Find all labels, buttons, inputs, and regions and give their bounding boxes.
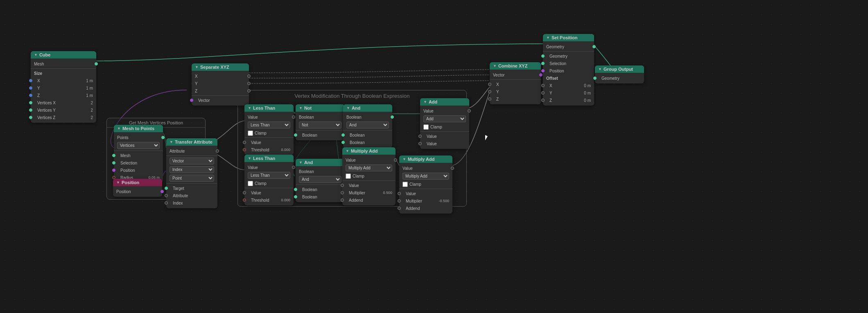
lt1-val-in-socket[interactable] [243, 141, 246, 144]
lt1-thresh-socket[interactable] [243, 148, 246, 151]
ma2-mode-row[interactable]: Multiply Add [399, 172, 452, 180]
and1-mode-row[interactable]: And [343, 121, 392, 129]
lt1-clamp-check[interactable] [248, 131, 253, 136]
ma1-val-out-socket[interactable] [394, 158, 397, 162]
add-val2-socket[interactable] [418, 142, 422, 145]
cube-vz-socket[interactable] [29, 116, 32, 119]
ma1-clamp-check[interactable] [346, 173, 351, 179]
not-mode-row[interactable]: Not [296, 121, 345, 129]
ta-vector-select[interactable]: Vector [170, 158, 214, 164]
mtp-mode-row[interactable]: Vertices [114, 141, 163, 150]
mtp-points-socket[interactable] [161, 136, 165, 139]
ma2-val-out-socket[interactable] [451, 167, 454, 170]
ma2-clamp-check[interactable] [402, 182, 408, 187]
lt2-mode-row[interactable]: Less Than [244, 171, 294, 180]
sp-x-socket[interactable] [541, 84, 545, 87]
mesh-to-points-node[interactable]: ▼ Mesh to Points Points Vertices Mesh Se… [114, 125, 163, 183]
cxyz-z-socket[interactable] [488, 97, 491, 101]
less-than-1-node[interactable]: ▼ Less Than Value Less Than Clamp Value [244, 104, 294, 155]
and2-mode-select[interactable]: And [299, 176, 341, 183]
sp-sel-socket[interactable] [541, 62, 545, 65]
mtp-mesh-socket[interactable] [112, 154, 115, 157]
lt1-mode-row[interactable]: Less Than [244, 121, 294, 129]
node-editor[interactable]: Get Mesh Vertices Position Vertex Modifi… [0, 0, 868, 313]
set-position-node[interactable]: ▼ Set Position Geometry Geometry Selecti… [543, 34, 594, 106]
cxyz-y-socket[interactable] [488, 90, 491, 93]
sep-y-socket[interactable] [247, 82, 251, 85]
mtp-sel-socket[interactable] [112, 161, 115, 164]
sp-geo-out-socket[interactable] [592, 45, 596, 48]
combine-xyz-node[interactable]: ▼ Combine XYZ Vector X Y Z [490, 62, 541, 104]
cube-x-socket[interactable] [29, 79, 32, 82]
cube-node[interactable]: ▼ Cube Mesh Size X 1 m Y 1 m [31, 51, 96, 123]
and2-bool1-socket[interactable] [294, 188, 297, 191]
and-1-node[interactable]: ▼ And Boolean And Boolean Boolean [343, 104, 392, 148]
add-mode-select[interactable]: Add [423, 115, 466, 122]
ta-index-select[interactable]: Index [170, 166, 214, 173]
separate-xyz-node[interactable]: ▼ Separate XYZ X Y Z Vector [192, 63, 249, 106]
sep-z-socket[interactable] [247, 89, 251, 92]
lt1-val-out-socket[interactable] [292, 115, 295, 119]
add-node[interactable]: ▼ Add Value Add Clamp Value Value [420, 98, 469, 149]
lt2-mode-select[interactable]: Less Than [248, 172, 290, 179]
and2-mode-row[interactable]: And [296, 175, 345, 184]
mtp-pos-socket[interactable] [112, 169, 115, 172]
cube-mesh-socket[interactable] [95, 62, 98, 65]
and1-bool2-socket[interactable] [341, 141, 345, 144]
cxyz-x-socket[interactable] [488, 83, 491, 86]
sp-z-socket[interactable] [541, 99, 545, 102]
cube-vy-socket[interactable] [29, 108, 32, 112]
mtp-mode-select[interactable]: Vertices [117, 142, 160, 149]
ma2-add-socket[interactable] [398, 207, 401, 210]
and2-bool2-socket[interactable] [294, 195, 297, 198]
ta-target-socket[interactable] [165, 187, 168, 190]
lt1-mode-select[interactable]: Less Than [248, 122, 290, 128]
multiply-add-2-node[interactable]: ▼ Multiply Add Value Multiply Add Clamp … [399, 155, 452, 214]
ta-vector-row[interactable]: Vector [166, 157, 217, 165]
and-2-node[interactable]: ▼ And Boolean And Boolean Boolean [296, 159, 345, 202]
cube-y-socket[interactable] [29, 86, 32, 90]
ta-index-in-socket[interactable] [165, 201, 168, 205]
go-geo-socket[interactable] [593, 77, 597, 80]
lt2-val-in-socket[interactable] [243, 191, 246, 194]
lt2-thresh-socket[interactable] [243, 198, 246, 202]
ta-point-select[interactable]: Point [170, 175, 214, 182]
cxyz-vec-out-socket[interactable] [539, 73, 542, 77]
ma1-mode-row[interactable]: Multiply Add [342, 164, 396, 172]
sep-vector-socket[interactable] [190, 99, 193, 102]
ta-index-row[interactable]: Index [166, 165, 217, 174]
add-val1-socket[interactable] [418, 135, 422, 138]
lt2-clamp-check[interactable] [248, 181, 253, 186]
lt2-val-out-socket[interactable] [292, 166, 295, 169]
cube-z-socket[interactable] [29, 94, 32, 97]
ma2-val-in-socket[interactable] [398, 192, 401, 195]
ma1-mult-socket[interactable] [341, 191, 344, 194]
ma2-mode-select[interactable]: Multiply Add [402, 173, 449, 180]
and1-bool1-socket[interactable] [341, 133, 345, 137]
ma1-mode-select[interactable]: Multiply Add [346, 164, 392, 171]
ta-attr-in-socket[interactable] [165, 194, 168, 197]
add-clamp-check[interactable] [423, 124, 429, 130]
sp-geo-in-socket[interactable] [541, 54, 545, 58]
position-node[interactable]: ▼ Position Position [113, 179, 162, 197]
pos-out-socket[interactable] [160, 190, 164, 193]
multiply-add-1-node[interactable]: ▼ Multiply Add Value Multiply Add Clamp … [342, 147, 396, 205]
group-output-node[interactable]: ▼ Group Output Geometry [595, 65, 644, 83]
not-bool-in-socket[interactable] [294, 133, 297, 137]
ma1-add-socket[interactable] [341, 198, 344, 202]
add-val-out-socket[interactable] [468, 109, 471, 113]
sp-y-socket[interactable] [541, 91, 545, 95]
sep-x-socket[interactable] [247, 74, 251, 78]
and1-mode-select[interactable]: And [346, 122, 389, 128]
ma1-val-in-socket[interactable] [341, 184, 344, 187]
ta-attr-out-socket[interactable] [216, 149, 219, 153]
ma2-mult-socket[interactable] [398, 199, 401, 203]
add-mode-row[interactable]: Add [420, 115, 469, 123]
not-node[interactable]: ▼ Not Boolean Not Boolean [296, 104, 345, 140]
sp-pos-socket[interactable] [541, 69, 545, 72]
less-than-2-node[interactable]: ▼ Less Than Value Less Than Clamp Value [244, 155, 294, 205]
ta-point-row[interactable]: Point [166, 174, 217, 182]
and1-bool-out-socket[interactable] [391, 115, 394, 119]
not-mode-select[interactable]: Not [299, 122, 341, 128]
cube-vx-socket[interactable] [29, 101, 32, 104]
